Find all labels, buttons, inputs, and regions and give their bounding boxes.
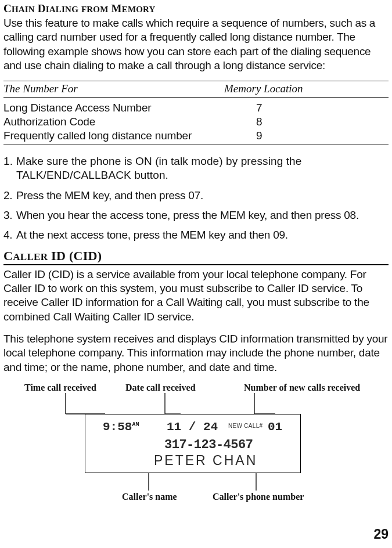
lcd-newcall-label: NEW CALL# bbox=[228, 423, 262, 429]
list-item: 2. Press the MEM key, and then press 07. bbox=[3, 189, 389, 203]
lcd-diagram: Time call received Date call received Nu… bbox=[3, 383, 389, 528]
heading-part: HAIN bbox=[12, 5, 35, 14]
lcd-caller-name: PETER CHAN bbox=[154, 453, 257, 468]
table-row: Authorization Code 8 bbox=[3, 115, 389, 129]
table-header-col1: The Number For bbox=[3, 82, 224, 95]
heading-part: EMORY bbox=[122, 5, 156, 14]
heading-part: IALING bbox=[46, 5, 78, 14]
cid-paragraph-2: This telephone system receives and displ… bbox=[3, 332, 389, 374]
intro-paragraph: Use this feature to make calls which req… bbox=[3, 16, 389, 73]
step-number: 4. bbox=[3, 228, 16, 242]
table-cell: 7 bbox=[256, 101, 389, 115]
heading-rule bbox=[3, 264, 389, 265]
step-text: At the next access tone, press the MEM k… bbox=[16, 228, 389, 242]
heading-part: ALLER bbox=[13, 251, 48, 262]
step-number: 1. bbox=[3, 154, 16, 183]
label-new-calls: Number of new calls received bbox=[244, 383, 360, 393]
label-date-received: Date call received bbox=[125, 383, 196, 393]
page-number: 29 bbox=[373, 527, 389, 542]
lcd-phone-number: 317-123-4567 bbox=[164, 438, 253, 452]
step-number: 2. bbox=[3, 189, 16, 203]
lcd-time: 9:58AM bbox=[103, 420, 139, 434]
table-cell: Frequently called long distance number bbox=[3, 129, 256, 143]
list-item: 3. When you hear the access tone, press … bbox=[3, 208, 389, 222]
table-row: Long Distance Access Number 7 bbox=[3, 101, 389, 115]
lcd-ampm: AM bbox=[132, 421, 139, 428]
steps-list: 1. Make sure the phone is ON (in talk mo… bbox=[3, 154, 389, 243]
label-caller-phone: Caller's phone number bbox=[213, 492, 304, 502]
heading-part: C bbox=[3, 2, 12, 15]
table-row: Frequently called long distance number 9 bbox=[3, 129, 389, 143]
step-text: Make sure the phone is ON (in talk mode)… bbox=[16, 154, 389, 183]
table-body: Long Distance Access Number 7 Authorizat… bbox=[3, 98, 389, 145]
heading-chain-dialing: CHAIN DIALING FROM MEMORY bbox=[3, 2, 389, 15]
label-caller-name: Caller's name bbox=[122, 492, 177, 502]
list-item: 4. At the next access tone, press the ME… bbox=[3, 228, 389, 242]
heading-caller-id-wrap: CALLER ID (CID) bbox=[3, 248, 389, 265]
heading-part: FROM bbox=[81, 5, 109, 14]
heading-caller-id: CALLER ID (CID) bbox=[3, 248, 389, 264]
table-cell: Authorization Code bbox=[3, 115, 256, 129]
step-text: Press the MEM key, and then press 07. bbox=[16, 189, 389, 203]
table-cell: 9 bbox=[256, 129, 389, 143]
list-item: 1. Make sure the phone is ON (in talk mo… bbox=[3, 154, 389, 183]
step-number: 3. bbox=[3, 208, 16, 222]
table-header: The Number For Memory Location bbox=[3, 81, 389, 97]
table-cell: 8 bbox=[256, 115, 389, 129]
lcd-newcall-count: 01 bbox=[268, 420, 282, 434]
heading-part: C bbox=[3, 248, 13, 263]
heading-part: D bbox=[35, 2, 46, 15]
lcd-screen: 9:58AM 11 / 24 NEW CALL# 01 317-123-4567… bbox=[85, 414, 301, 473]
table-rule-bottom bbox=[3, 145, 389, 145]
cid-paragraph-1: Caller ID (CID) is a service available f… bbox=[3, 268, 389, 324]
heading-part: ID (CID) bbox=[48, 248, 102, 263]
heading-part: M bbox=[109, 2, 122, 15]
step-text: When you hear the access tone, press the… bbox=[16, 208, 389, 222]
lcd-date: 11 / 24 bbox=[167, 420, 218, 434]
table-header-col2: Memory Location bbox=[224, 82, 389, 95]
table-cell: Long Distance Access Number bbox=[3, 101, 256, 115]
label-time-received: Time call received bbox=[24, 383, 96, 393]
